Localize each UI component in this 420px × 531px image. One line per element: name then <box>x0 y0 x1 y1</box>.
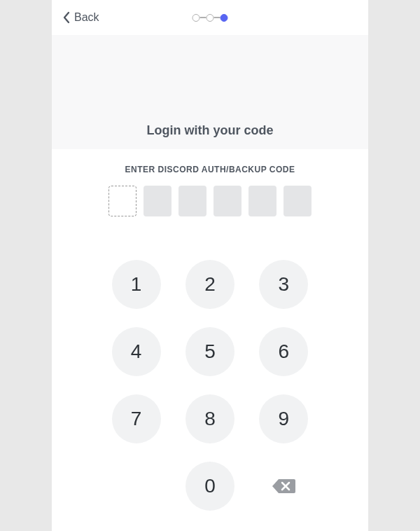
keypad-key-0[interactable]: 0 <box>186 462 234 511</box>
code-box-6[interactable] <box>284 186 312 216</box>
code-entry-section: ENTER DISCORD AUTH/BACKUP CODE <box>52 149 368 232</box>
back-label: Back <box>74 11 99 24</box>
title-section: Login with your code <box>52 123 368 149</box>
code-box-3[interactable] <box>178 186 206 216</box>
code-box-5[interactable] <box>248 186 276 216</box>
code-box-4[interactable] <box>214 186 241 216</box>
keypad-key-6[interactable]: 6 <box>259 327 308 376</box>
keypad-key-5[interactable]: 5 <box>186 327 234 376</box>
keypad-key-7[interactable]: 7 <box>112 394 161 443</box>
progress-dot-2 <box>206 14 214 22</box>
spacer <box>52 35 368 123</box>
keypad-key-9[interactable]: 9 <box>259 394 308 443</box>
keypad-section: 1 2 3 4 5 6 7 8 9 0 <box>52 232 368 531</box>
keypad-key-2[interactable]: 2 <box>186 260 234 309</box>
progress-indicator <box>192 14 228 22</box>
keypad-key-3[interactable]: 3 <box>259 260 308 309</box>
app-container: Back Login with your code ENTER DISCORD … <box>52 0 368 531</box>
progress-dot-1 <box>192 14 200 22</box>
progress-connector <box>200 17 206 18</box>
progress-dot-3 <box>220 14 228 22</box>
keypad-key-4[interactable]: 4 <box>112 327 161 376</box>
code-entry-label: ENTER DISCORD AUTH/BACKUP CODE <box>52 165 368 174</box>
code-boxes <box>52 186 368 216</box>
backspace-icon <box>272 478 295 495</box>
code-box-2[interactable] <box>144 186 172 216</box>
page-title: Login with your code <box>52 123 368 138</box>
keypad-key-8[interactable]: 8 <box>186 394 234 443</box>
progress-connector <box>214 17 220 18</box>
chevron-left-icon <box>62 11 71 24</box>
keypad-key-1[interactable]: 1 <box>112 260 161 309</box>
header-bar: Back <box>52 0 368 35</box>
keypad: 1 2 3 4 5 6 7 8 9 0 <box>108 260 312 511</box>
code-box-1[interactable] <box>108 186 136 216</box>
back-button[interactable]: Back <box>62 11 99 24</box>
keypad-backspace[interactable] <box>259 462 308 511</box>
